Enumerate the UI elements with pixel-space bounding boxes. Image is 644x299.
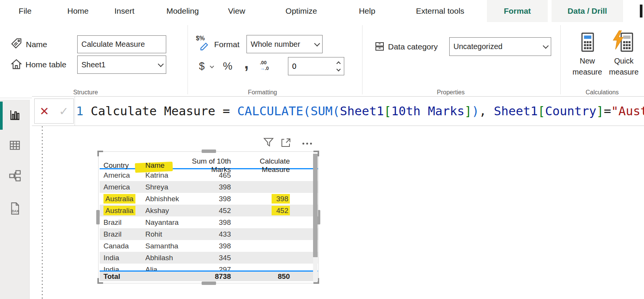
column-header-calc-measure[interactable]: Calculate Measure [232, 157, 291, 174]
new-measure-label: measure [572, 67, 602, 78]
menu-item-external-tools[interactable]: External tools [416, 0, 464, 22]
tag-icon [10, 37, 22, 51]
dax-token: ] [464, 104, 472, 118]
group-divider [362, 25, 363, 94]
formula-actions: ✕ ✓ [34, 99, 74, 124]
powerbi-window: File Home Insert Modeling View Optimize … [0, 0, 644, 299]
group-divider [560, 25, 561, 94]
table-row[interactable]: AmericaShreya 398 [100, 181, 318, 193]
measure-name-input[interactable] [77, 35, 166, 53]
table-view-icon [9, 139, 21, 151]
resize-handle-left[interactable] [96, 210, 100, 224]
table-row[interactable]: CanadaSamantha 398 [100, 240, 318, 252]
table-row[interactable]: BrazilRohit 433 [100, 228, 318, 240]
table-row[interactable]: IndiaAbhilash 345 [100, 252, 318, 264]
dax-token: ) [472, 104, 479, 118]
decimals-stepper[interactable] [288, 57, 344, 75]
table-row[interactable]: Australia Abhishhek 398 398 [100, 193, 318, 205]
truncated-tab-fragment [640, 5, 642, 17]
chevron-down-icon [158, 61, 164, 67]
chevron-down-icon [543, 43, 549, 49]
data-category-value: Uncategorized [453, 42, 543, 51]
report-view-icon [9, 109, 21, 121]
model-view-icon [8, 169, 21, 182]
decimals-input[interactable] [288, 62, 337, 71]
dax-formula-input[interactable]: 1 Calculate Measure = CALCULATE(SUM(Shee… [75, 97, 644, 126]
data-category-select[interactable]: Uncategorized [449, 37, 551, 56]
new-measure-icon [579, 28, 595, 56]
menu-item-help[interactable]: Help [359, 0, 375, 22]
dax-token: [ [384, 104, 391, 118]
home-icon [10, 58, 22, 72]
format-value: Whole number [251, 40, 314, 49]
menu-bar: File Home Insert Modeling View Optimize … [0, 0, 644, 22]
thousands-separator-button[interactable]: , [244, 54, 249, 72]
new-measure-label: New [580, 56, 595, 67]
table-row[interactable]: Australia Akshay 452 452 [100, 205, 318, 216]
table-scrollbar-thumb[interactable] [313, 154, 318, 257]
table-row-clipped[interactable]: IndiaAlia 297 [100, 264, 318, 270]
menu-item-file[interactable]: File [19, 0, 32, 22]
resize-handle-top-left[interactable] [97, 151, 103, 156]
focus-mode-icon[interactable] [280, 137, 291, 150]
decimal-places-button[interactable]: .00→.0 [260, 60, 269, 71]
currency-chevron-icon[interactable] [210, 64, 214, 68]
column-header-country[interactable]: Country [100, 161, 143, 170]
sidebar-item-report-view[interactable] [0, 104, 30, 126]
new-measure-button[interactable]: New measure [569, 28, 606, 89]
column-header-name[interactable]: Name [143, 161, 177, 170]
quick-measure-icon [613, 28, 634, 56]
menu-item-optimize[interactable]: Optimize [286, 0, 317, 22]
menu-item-data-drill[interactable]: Data / Drill [568, 0, 607, 22]
menu-item-home[interactable]: Home [67, 0, 89, 22]
home-table-select[interactable]: Sheet1 [77, 56, 166, 74]
structure-group-label: Structure [73, 89, 98, 97]
group-divider [188, 25, 188, 94]
canvas-snap-guide [42, 126, 43, 299]
highlighted-cell: Australia [103, 194, 135, 204]
lightning-bolt-icon [612, 30, 625, 49]
table-total-row: Total 8738 850 [100, 270, 318, 281]
home-table-label: Home table [25, 56, 66, 74]
menu-item-modeling[interactable]: Modeling [166, 0, 199, 22]
table-row[interactable]: BrazilNayantara 398 [100, 216, 318, 228]
format-select[interactable]: Whole number [246, 35, 323, 53]
dax-query-view-icon: DAX [8, 201, 21, 216]
dax-token: , [479, 104, 494, 118]
percent-format-button[interactable]: % [223, 57, 232, 75]
home-table-value: Sheet1 [81, 60, 158, 69]
quick-measure-label: Quick [614, 56, 633, 67]
dax-token: Sheet1 [340, 104, 384, 118]
commit-formula-button[interactable]: ✓ [59, 105, 68, 118]
line-number: 1 [76, 104, 83, 118]
stepper-down-icon[interactable] [336, 67, 340, 71]
format-label: Format [214, 35, 240, 53]
currency-format-button[interactable]: $ [199, 57, 205, 75]
resize-handle-top[interactable] [202, 150, 216, 153]
sidebar-item-table-view[interactable] [0, 135, 30, 156]
menu-item-insert[interactable]: Insert [114, 0, 135, 22]
properties-group-label: Properties [437, 89, 465, 97]
sidebar-item-dax-query-view[interactable]: DAX [0, 198, 30, 219]
name-label: Name [26, 35, 47, 53]
ribbon: Name Home table Sheet1 Structure $% Form… [0, 22, 644, 98]
formula-bar: ✕ ✓ 1 Calculate Measure = CALCULATE(SUM(… [32, 96, 644, 126]
svg-text:DAX: DAX [12, 209, 19, 213]
menu-item-view[interactable]: View [228, 0, 245, 22]
quick-measure-button[interactable]: Quick measure [606, 28, 642, 89]
data-category-label: Data category [388, 37, 438, 56]
more-options-icon[interactable] [302, 143, 312, 145]
table-header-row: Country Name Sum of 10th Marks Calculate… [100, 157, 318, 169]
resize-handle-bottom[interactable] [202, 282, 216, 285]
calculations-group-label: Calculations [585, 89, 619, 97]
filter-icon[interactable] [262, 137, 275, 149]
menu-item-format[interactable]: Format [504, 0, 531, 22]
stepper-up-icon[interactable] [336, 61, 340, 65]
sidebar-item-model-view[interactable] [0, 165, 30, 186]
total-marks: 8738 [177, 272, 232, 281]
highlighted-cell: 398 [272, 194, 290, 204]
dax-token: [ [538, 104, 545, 118]
format-pencil-icon: $% [196, 36, 212, 52]
cancel-formula-button[interactable]: ✕ [40, 105, 49, 118]
highlighted-cell: 452 [272, 206, 290, 215]
